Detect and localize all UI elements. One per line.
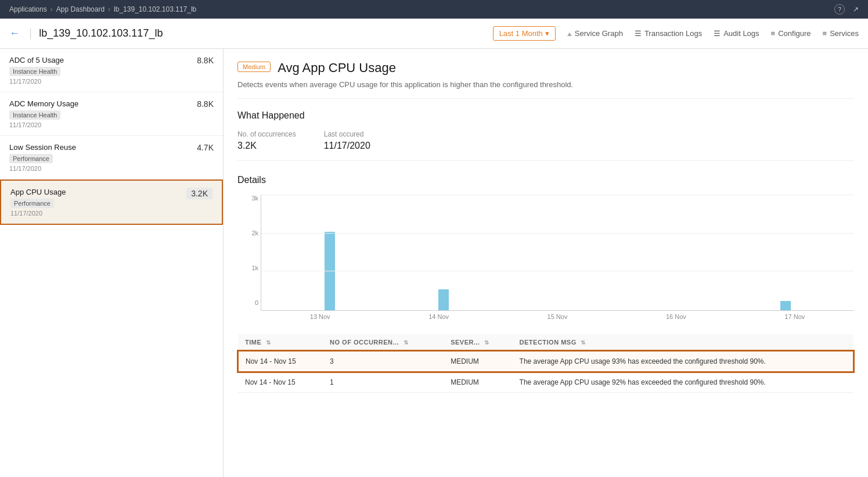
nav-configure-label: Configure — [778, 29, 811, 38]
col-time[interactable]: TIME ⇅ — [238, 334, 323, 351]
sort-icon: ⇅ — [404, 339, 409, 346]
breadcrumb-sep-2: › — [108, 5, 110, 13]
sidebar: ADC of 5 Usage Instance Health 11/17/202… — [0, 49, 224, 477]
events-table: TIME ⇅ NO OF OCCURREN... ⇅ SEVER... ⇅ — [237, 334, 854, 393]
nav-transaction-logs[interactable]: ☰ Transaction Logs — [635, 29, 702, 38]
occurrence-grid: No. of occurrences 3.2K Last occured 11/… — [237, 130, 854, 151]
detail-header: Medium Avg App CPU Usage — [237, 60, 854, 76]
bar-14nov — [387, 195, 500, 310]
main-layout: ADC of 5 Usage Instance Health 11/17/202… — [0, 49, 868, 477]
col-detection-msg[interactable]: DETECTION MSG ⇅ — [513, 334, 853, 351]
nav-configure[interactable]: ≡ Configure — [771, 29, 811, 38]
x-label-13nov: 13 Nov — [261, 313, 379, 320]
nav-transaction-logs-label: Transaction Logs — [644, 29, 702, 38]
nav-audit-logs[interactable]: ☰ Audit Logs — [714, 29, 759, 38]
y-label-1k: 1k — [239, 264, 258, 271]
sidebar-item-left: App CPU Usage Performance 11/17/2020 — [10, 188, 179, 217]
sidebar-item-low-session[interactable]: Low Session Reuse Performance 11/17/2020… — [0, 136, 223, 180]
sidebar-item-date: 11/17/2020 — [9, 121, 190, 128]
sidebar-item-date: 11/17/2020 — [10, 210, 179, 217]
cell-detection-msg: The average App CPU usage 92% has exceed… — [513, 372, 853, 393]
table-header: TIME ⇅ NO OF OCCURREN... ⇅ SEVER... ⇅ — [238, 334, 853, 351]
services-icon: ≡ — [823, 29, 827, 38]
table-body: Nov 14 - Nov 15 3 MEDIUM The average App… — [238, 351, 853, 393]
chart-area — [261, 195, 854, 311]
x-label-15nov: 15 Nov — [498, 313, 617, 320]
audit-logs-icon: ☰ — [714, 29, 721, 38]
sidebar-item-badge: Performance — [9, 154, 53, 163]
sidebar-item-badge: Instance Health — [9, 67, 60, 76]
external-link-icon[interactable]: ↗ — [853, 5, 859, 13]
back-button[interactable]: ← — [9, 27, 20, 40]
last-occurred-value: 11/17/2020 — [324, 141, 370, 151]
sidebar-item-adc-cpu[interactable]: ADC of 5 Usage Instance Health 11/17/202… — [0, 49, 223, 92]
header-bar: ← | lb_139_10.102.103.117_lb Last 1 Mont… — [0, 19, 868, 49]
transaction-logs-icon: ☰ — [635, 29, 642, 38]
service-graph-icon: ⟁ — [567, 29, 572, 38]
breadcrumb-app-dashboard[interactable]: App Dashboard — [56, 5, 105, 13]
gridline-1k — [261, 271, 854, 271]
col-occurrences[interactable]: NO OF OCCURREN... ⇅ — [323, 334, 444, 351]
cell-occurrences: 1 — [323, 372, 444, 393]
breadcrumb-instance: lb_139_10.102.103.117_lb — [114, 5, 196, 13]
bar-17nov-fill — [780, 301, 791, 310]
bar-15nov — [500, 195, 614, 310]
sidebar-item-name: Low Session Reuse — [9, 143, 190, 152]
sidebar-item-badge: Instance Health — [9, 110, 60, 120]
bar-13nov — [273, 195, 387, 310]
col-severity[interactable]: SEVER... ⇅ — [444, 334, 512, 351]
what-happened-section: What Happened No. of occurrences 3.2K La… — [237, 110, 854, 161]
sidebar-item-name: App CPU Usage — [10, 188, 179, 196]
sidebar-item-date: 11/17/2020 — [9, 165, 190, 172]
sidebar-item-count: 3.2K — [186, 188, 213, 199]
table-row[interactable]: Nov 14 - Nov 15 3 MEDIUM The average App… — [238, 351, 853, 372]
table-section: TIME ⇅ NO OF OCCURREN... ⇅ SEVER... ⇅ — [237, 334, 854, 393]
breadcrumb-sep-1: › — [51, 5, 53, 13]
header-nav: Last 1 Month ▾ ⟁ Service Graph ☰ Transac… — [493, 26, 859, 41]
breadcrumb-applications[interactable]: Applications — [9, 5, 47, 13]
configure-icon: ≡ — [771, 29, 776, 38]
gridline-2k — [261, 233, 854, 234]
bar-14nov-fill — [438, 289, 449, 310]
time-selector-label: Last 1 Month — [499, 29, 543, 38]
nav-service-graph[interactable]: ⟁ Service Graph — [567, 29, 623, 38]
sidebar-item-count: 8.8K — [197, 56, 214, 65]
cell-detection-msg: The average App CPU usage 93% has exceed… — [513, 351, 853, 372]
sort-icon: ⇅ — [266, 339, 271, 346]
sidebar-item-left: ADC of 5 Usage Instance Health 11/17/202… — [9, 56, 190, 85]
severity-badge: Medium — [237, 62, 271, 72]
x-label-14nov: 14 Nov — [379, 313, 498, 320]
sort-icon: ⇅ — [484, 339, 489, 346]
occurrences-label: No. of occurrences — [237, 130, 296, 138]
nav-services-label: Services — [830, 29, 859, 38]
content-area: Medium Avg App CPU Usage Detects events … — [224, 49, 868, 477]
help-icon[interactable]: ? — [834, 4, 845, 15]
bar-17nov — [729, 195, 842, 310]
breadcrumb-bar: Applications › App Dashboard › lb_139_10… — [0, 0, 868, 19]
sidebar-item-count: 4.7K — [197, 143, 214, 152]
chart-y-axis: 3k 2k 1k 0 — [239, 195, 258, 306]
sort-icon: ⇅ — [581, 339, 586, 346]
sidebar-item-count: 8.8K — [197, 99, 214, 109]
occurrences-block: No. of occurrences 3.2K — [237, 130, 296, 151]
chart-section: Details 3k 2k 1k 0 — [237, 175, 854, 320]
sidebar-item-badge: Performance — [10, 199, 54, 208]
nav-service-graph-label: Service Graph — [575, 29, 623, 38]
detail-title: Avg App CPU Usage — [278, 60, 396, 76]
nav-services[interactable]: ≡ Services — [823, 29, 859, 38]
cell-time: Nov 14 - Nov 15 — [238, 372, 323, 393]
details-title: Details — [237, 175, 854, 185]
nav-audit-logs-label: Audit Logs — [723, 29, 759, 38]
table-row[interactable]: Nov 14 - Nov 15 1 MEDIUM The average App… — [238, 372, 853, 393]
cell-severity: MEDIUM — [444, 372, 512, 393]
col-detection-label: DETECTION MSG — [520, 339, 577, 346]
sidebar-item-left: Low Session Reuse Performance 11/17/2020 — [9, 143, 190, 172]
time-selector[interactable]: Last 1 Month ▾ — [493, 26, 556, 41]
detail-description: Detects events when average CPU usage fo… — [237, 80, 854, 99]
last-occurred-block: Last occured 11/17/2020 — [324, 130, 370, 151]
cell-time: Nov 14 - Nov 15 — [238, 351, 323, 372]
sidebar-item-app-cpu[interactable]: App CPU Usage Performance 11/17/2020 3.2… — [0, 180, 223, 225]
col-occurrences-label: NO OF OCCURREN... — [330, 339, 399, 346]
chart-bars — [261, 195, 854, 310]
sidebar-item-adc-memory[interactable]: ADC Memory Usage Instance Health 11/17/2… — [0, 92, 223, 136]
